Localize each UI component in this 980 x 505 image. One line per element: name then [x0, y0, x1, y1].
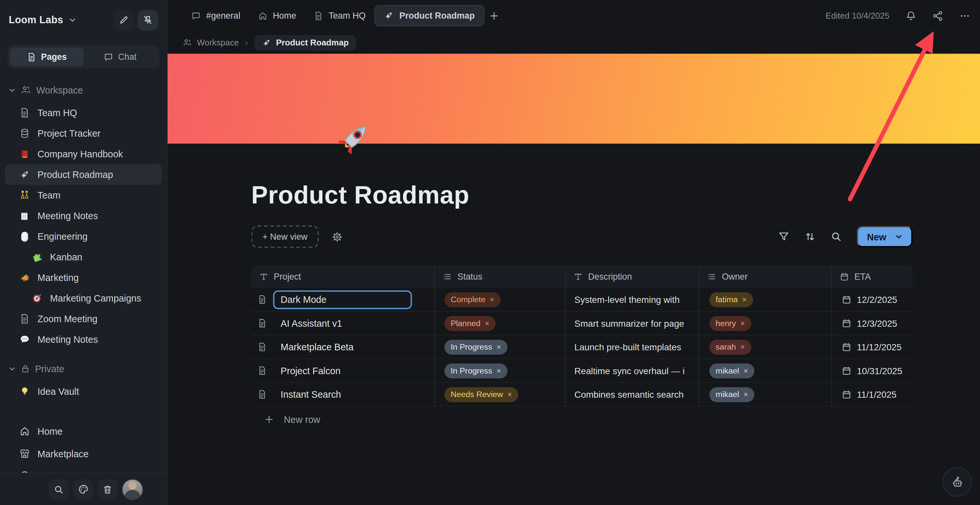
status-tag[interactable]: Complete× [444, 292, 501, 307]
sidebar-item-marketing-campaigns[interactable]: Marketing Campaigns [5, 288, 162, 308]
sidebar-item-marketing[interactable]: Marketing [5, 267, 162, 288]
search-icon [831, 231, 842, 242]
project-title[interactable]: Project Falcon [273, 365, 340, 376]
sidebar-item-team-hq[interactable]: Team HQ [5, 102, 162, 123]
page-title[interactable]: Product Roadmap [251, 181, 980, 209]
filter-button[interactable] [778, 231, 789, 242]
section-private[interactable]: Private [0, 361, 167, 376]
eta-cell[interactable]: 12/2/2025 [857, 294, 897, 305]
share-button[interactable] [932, 11, 943, 21]
remove-tag-icon[interactable]: × [742, 295, 747, 304]
project-title-input[interactable]: Dark Mode [273, 290, 412, 309]
sidebar-item-zoom-meeting[interactable]: Zoom Meeting [5, 308, 162, 329]
theme-button[interactable] [73, 479, 93, 499]
owner-tag[interactable]: mikael× [709, 363, 754, 378]
project-title[interactable]: Instant Search [273, 389, 341, 400]
notifications-button[interactable] [906, 11, 916, 21]
new-row-button[interactable]: New row [251, 407, 913, 431]
sidebar-item-kanban[interactable]: Kanban [5, 247, 162, 267]
remove-tag-icon[interactable]: × [490, 295, 494, 304]
tab-pages[interactable]: Pages [10, 48, 83, 66]
status-tag[interactable]: Planned× [444, 316, 496, 331]
sidebar-item-product-roadmap[interactable]: Product Roadmap [5, 164, 162, 185]
remove-tag-icon[interactable]: × [496, 366, 501, 375]
remove-tag-icon[interactable]: × [740, 319, 745, 328]
new-view-button[interactable]: + New view [251, 226, 319, 248]
tab-home[interactable]: Home [249, 5, 305, 26]
red-book-icon [19, 149, 30, 159]
description-cell[interactable]: System-level theming with [574, 294, 680, 305]
tab-general[interactable]: #general [183, 5, 249, 26]
roadmap-table: Project Status Description Owner [251, 265, 913, 432]
description-cell[interactable]: Smart summarizer for page [574, 318, 684, 329]
sort-button[interactable] [805, 231, 816, 242]
description-cell[interactable]: Combines semantic search [574, 389, 684, 400]
tab-team-hq[interactable]: Team HQ [305, 5, 374, 26]
remove-tag-icon[interactable]: × [743, 390, 748, 399]
more-button[interactable] [959, 11, 970, 21]
owner-tag[interactable]: mikael× [709, 387, 754, 402]
sidebar-item-idea-vault[interactable]: Idea Vault [5, 381, 162, 402]
home-icon [258, 11, 267, 20]
section-workspace[interactable]: Workspace [0, 83, 167, 97]
breadcrumb-workspace[interactable]: Workspace [183, 38, 239, 48]
breadcrumb-current[interactable]: Product Roadmap [254, 35, 356, 50]
search-table-button[interactable] [831, 231, 842, 242]
description-cell[interactable]: Launch pre-built templates [574, 342, 681, 352]
eta-cell[interactable]: 12/3/2025 [857, 318, 897, 329]
sidebar-item-marketplace[interactable]: Marketplace [5, 442, 162, 465]
page-cover[interactable] [168, 54, 980, 144]
status-tag[interactable]: In Progress× [444, 363, 508, 378]
eta-cell[interactable]: 10/31/2025 [857, 366, 902, 376]
sidebar-item-meeting-notes[interactable]: Meeting Notes [5, 205, 162, 226]
tab-product-roadmap[interactable]: Product Roadmap [374, 5, 484, 26]
sidebar-item-project-tracker[interactable]: Project Tracker [5, 123, 162, 144]
sidebar-item-company-handbook[interactable]: Company Handbook [5, 144, 162, 164]
eta-cell[interactable]: 11/1/2025 [857, 389, 897, 400]
project-title[interactable]: Marketplace Beta [273, 341, 353, 352]
owner-tag[interactable]: henry× [709, 316, 751, 331]
assistant-button[interactable] [942, 467, 972, 497]
user-avatar[interactable] [122, 479, 143, 500]
owner-tag[interactable]: fatima× [709, 292, 753, 307]
status-tag[interactable]: Needs Review× [444, 387, 519, 402]
new-tab-button[interactable] [489, 11, 498, 20]
chevron-down-icon[interactable] [69, 16, 76, 24]
new-record-button[interactable]: New [857, 226, 913, 247]
description-cell[interactable]: Realtime sync overhaul — i [574, 366, 685, 376]
search-button[interactable] [49, 479, 69, 499]
trash-button[interactable] [97, 479, 118, 499]
eta-cell[interactable]: 11/12/2025 [857, 342, 902, 352]
view-settings-button[interactable] [331, 231, 343, 243]
status-tag[interactable]: In Progress× [444, 340, 508, 354]
remove-tag-icon[interactable]: × [485, 319, 489, 328]
column-header-description[interactable]: Description [566, 265, 700, 288]
workspace-switcher[interactable]: Loom Labs [9, 14, 63, 25]
column-header-project[interactable]: Project [251, 265, 435, 288]
project-title[interactable]: AI Assistant v1 [273, 318, 342, 329]
tab-chat[interactable]: Chat [83, 48, 157, 66]
remove-tag-icon[interactable]: × [496, 343, 501, 351]
sidebar-item-meeting-notes-2[interactable]: Meeting Notes [5, 329, 162, 349]
sidebar-item-team[interactable]: Team [5, 185, 162, 205]
sidebar-item-clipped[interactable] [0, 465, 167, 473]
unpin-sidebar-button[interactable] [137, 10, 158, 30]
speech-bubble-icon [19, 334, 30, 345]
column-header-owner[interactable]: Owner [700, 265, 832, 288]
breadcrumb-separator: › [245, 38, 248, 48]
remove-tag-icon[interactable]: × [743, 366, 748, 375]
column-header-status[interactable]: Status [435, 265, 566, 288]
table-row: Dark Mode Complete× System-level theming… [251, 288, 913, 312]
sidebar-item-engineering[interactable]: Engineering [5, 226, 162, 247]
sidebar-item-home[interactable]: Home [5, 420, 162, 442]
target-icon [31, 293, 42, 303]
home-icon [19, 426, 30, 436]
page-emoji-rocket[interactable] [336, 120, 372, 156]
column-header-eta[interactable]: ETA [832, 265, 912, 288]
chat-icon [104, 52, 113, 62]
remove-tag-icon[interactable]: × [740, 343, 745, 351]
edit-button[interactable] [113, 10, 134, 30]
owner-tag[interactable]: sarah× [709, 340, 751, 354]
text-type-icon [259, 272, 268, 281]
remove-tag-icon[interactable]: × [508, 390, 512, 399]
